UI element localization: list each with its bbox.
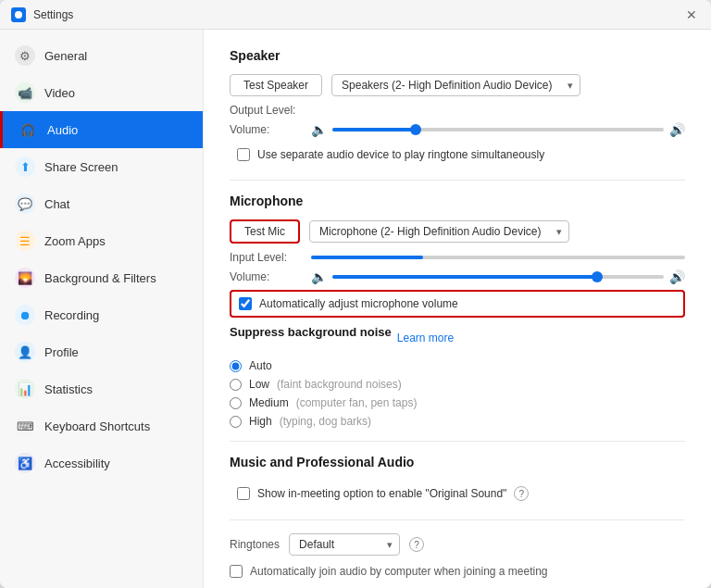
sidebar-label-sharescreen: Share Screen	[44, 160, 118, 174]
sidebar-item-zoomapps[interactable]: ☰Zoom Apps	[0, 222, 203, 259]
sidebar-label-audio: Audio	[47, 123, 78, 137]
speaker-volume-row: Volume: 🔈 🔊	[230, 122, 685, 137]
sidebar-item-chat[interactable]: 💬Chat	[0, 185, 203, 222]
radio-low: Low (faint background noises)	[230, 378, 685, 391]
volume-high-icon: 🔊	[669, 122, 685, 137]
radio-medium-label: Medium	[249, 396, 289, 409]
sidebar-label-bgfilters: Background & Filters	[44, 271, 156, 285]
ringtones-label: Ringtones	[230, 538, 280, 551]
sidebar-label-zoomapps: Zoom Apps	[44, 234, 106, 248]
music-audio-section: Music and Professional Audio Show in-mee…	[230, 455, 685, 507]
speaker-device-select[interactable]: Speakers (2- High Definition Audio Devic…	[331, 74, 580, 96]
sidebar-label-keyboard: Keyboard Shortcuts	[44, 419, 150, 433]
radio-auto-label: Auto	[249, 359, 272, 372]
sidebar: ⚙General📹Video🎧Audio⬆Share Screen💬Chat☰Z…	[0, 30, 204, 588]
radio-high-sublabel: (typing, dog barks)	[280, 415, 371, 428]
suppress-label: Suppress background noise	[230, 325, 392, 339]
radio-high-input[interactable]	[230, 416, 242, 428]
chat-icon: 💬	[15, 194, 35, 214]
original-sound-checkbox[interactable]	[237, 487, 250, 500]
recording-icon: ⏺	[15, 305, 35, 325]
test-mic-button[interactable]: Test Mic	[230, 219, 300, 244]
speaker-device-select-wrap: Speakers (2- High Definition Audio Devic…	[331, 74, 580, 96]
radio-auto-input[interactable]	[230, 360, 242, 372]
mic-volume-thumb	[592, 271, 603, 282]
radio-low-input[interactable]	[230, 379, 242, 391]
speaker-volume-label: Volume:	[230, 123, 304, 136]
mic-volume-label: Volume:	[230, 270, 304, 283]
mic-volume-fill	[332, 275, 597, 279]
speaker-volume-fill	[332, 128, 416, 131]
speaker-volume-slider-container: 🔈 🔊	[311, 122, 685, 137]
keyboard-icon: ⌨	[15, 416, 35, 436]
settings-window: Settings ✕ ⚙General📹Video🎧Audio⬆Share Sc…	[0, 0, 711, 588]
bgfilters-icon: 🌄	[15, 268, 35, 288]
mic-volume-high-icon: 🔊	[669, 269, 685, 284]
ringtones-info-icon[interactable]: ?	[409, 537, 424, 552]
radio-low-label: Low	[249, 378, 269, 391]
output-level-row: Output Level:	[230, 104, 685, 117]
content-area: ⚙General📹Video🎧Audio⬆Share Screen💬Chat☰Z…	[0, 30, 711, 588]
separate-audio-label: Use separate audio device to play ringto…	[257, 148, 544, 161]
ringtones-row: Ringtones Default ?	[230, 533, 685, 556]
general-icon: ⚙	[15, 45, 35, 66]
radio-low-sublabel: (faint background noises)	[277, 378, 402, 391]
ringtones-select[interactable]: Default	[289, 533, 400, 556]
sidebar-item-audio[interactable]: 🎧Audio	[0, 111, 203, 148]
sidebar-label-recording: Recording	[44, 308, 99, 322]
video-icon: 📹	[15, 82, 35, 103]
mic-volume-track[interactable]	[332, 275, 664, 279]
volume-low-icon: 🔈	[311, 122, 327, 137]
radio-high-label: High	[249, 415, 272, 428]
auto-adjust-checkbox[interactable]	[239, 297, 252, 310]
auto-join-row: Automatically join audio by computer whe…	[230, 565, 685, 578]
mic-device-select-wrap: Microphone (2- High Definition Audio Dev…	[309, 220, 569, 243]
learn-more-link[interactable]: Learn more	[397, 332, 454, 344]
test-speaker-button[interactable]: Test Speaker	[230, 74, 322, 96]
audio-icon: 🎧	[18, 119, 38, 140]
input-level-fill	[311, 256, 423, 259]
speaker-volume-thumb	[410, 124, 421, 135]
sidebar-item-sharescreen[interactable]: ⬆Share Screen	[0, 148, 203, 185]
sidebar-item-profile[interactable]: 👤Profile	[0, 333, 203, 370]
sidebar-item-statistics[interactable]: 📊Statistics	[0, 370, 203, 407]
microphone-title: Microphone	[230, 194, 685, 208]
title-bar: Settings ✕	[0, 0, 711, 30]
sidebar-item-video[interactable]: 📹Video	[0, 74, 203, 111]
mic-device-select[interactable]: Microphone (2- High Definition Audio Dev…	[309, 220, 569, 243]
sidebar-label-chat: Chat	[44, 197, 69, 211]
close-button[interactable]: ✕	[683, 6, 700, 23]
noise-radio-group: Auto Low (faint background noises) Mediu…	[230, 359, 685, 428]
original-sound-row: Show in-meeting option to enable "Origin…	[230, 481, 685, 507]
zoomapps-icon: ☰	[15, 231, 35, 251]
accessibility-icon: ♿	[15, 453, 35, 473]
radio-medium-input[interactable]	[230, 397, 242, 409]
sidebar-label-general: General	[44, 49, 87, 63]
mic-volume-row: Volume: 🔈 🔊	[230, 269, 685, 284]
auto-adjust-row: Automatically adjust microphone volume	[230, 290, 685, 318]
divider-1	[230, 180, 685, 181]
sidebar-item-bgfilters[interactable]: 🌄Background & Filters	[0, 259, 203, 296]
sidebar-item-general[interactable]: ⚙General	[0, 37, 203, 74]
radio-auto: Auto	[230, 359, 685, 372]
statistics-icon: 📊	[15, 379, 35, 399]
svg-point-0	[15, 11, 22, 19]
radio-medium-sublabel: (computer fan, pen taps)	[296, 396, 418, 409]
separate-audio-row: Use separate audio device to play ringto…	[230, 143, 685, 167]
main-panel: Speaker Test Speaker Speakers (2- High D…	[204, 30, 711, 588]
divider-3	[230, 519, 685, 520]
speaker-volume-track[interactable]	[332, 128, 664, 131]
sidebar-item-keyboard[interactable]: ⌨Keyboard Shortcuts	[0, 407, 203, 444]
radio-high: High (typing, dog barks)	[230, 415, 685, 428]
original-sound-info-icon[interactable]: ?	[514, 486, 529, 501]
auto-join-checkbox[interactable]	[230, 565, 243, 578]
input-level-track	[311, 256, 685, 259]
mic-volume-slider-container: 🔈 🔊	[311, 269, 685, 284]
mic-volume-low-icon: 🔈	[311, 269, 327, 284]
sidebar-item-accessibility[interactable]: ♿Accessibility	[0, 444, 203, 482]
suppress-row: Suppress background noise Learn more	[230, 325, 685, 350]
radio-medium: Medium (computer fan, pen taps)	[230, 396, 685, 409]
auto-join-label: Automatically join audio by computer whe…	[250, 565, 548, 578]
sidebar-item-recording[interactable]: ⏺Recording	[0, 296, 203, 333]
separate-audio-checkbox[interactable]	[237, 148, 250, 161]
